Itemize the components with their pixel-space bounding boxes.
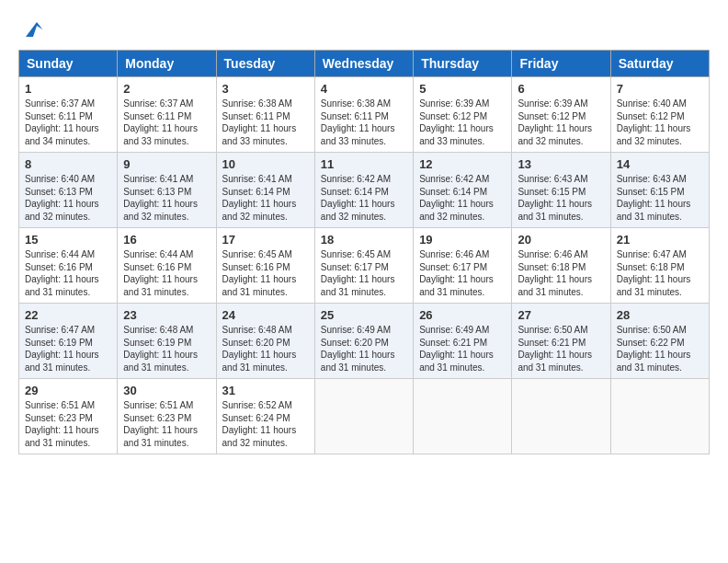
day-number: 2 — [123, 82, 210, 96]
weekday-header: Thursday — [414, 51, 512, 77]
day-info: Sunrise: 6:47 AMSunset: 6:19 PMDaylight:… — [25, 325, 99, 373]
day-info: Sunrise: 6:39 AMSunset: 6:12 PMDaylight:… — [518, 98, 592, 146]
calendar-day-cell: 26 Sunrise: 6:49 AMSunset: 6:21 PMDaylig… — [414, 304, 512, 379]
day-number: 4 — [321, 82, 407, 96]
day-number: 28 — [617, 308, 703, 322]
day-number: 15 — [25, 233, 111, 247]
day-number: 5 — [419, 82, 506, 96]
calendar-day-cell: 11 Sunrise: 6:42 AMSunset: 6:14 PMDaylig… — [314, 153, 413, 228]
weekday-header: Tuesday — [216, 51, 314, 77]
day-number: 16 — [123, 233, 210, 247]
calendar-day-cell: 10 Sunrise: 6:41 AMSunset: 6:14 PMDaylig… — [216, 153, 314, 228]
calendar-day-cell: 20 Sunrise: 6:46 AMSunset: 6:18 PMDaylig… — [512, 228, 610, 304]
day-info: Sunrise: 6:41 AMSunset: 6:13 PMDaylight:… — [123, 174, 198, 222]
day-info: Sunrise: 6:42 AMSunset: 6:14 PMDaylight:… — [419, 174, 494, 222]
calendar-day-cell: 30 Sunrise: 6:51 AMSunset: 6:23 PMDaylig… — [118, 379, 216, 454]
day-number: 19 — [419, 233, 506, 247]
day-number: 31 — [222, 384, 309, 397]
day-number: 6 — [518, 82, 604, 96]
logo — [18, 18, 44, 40]
calendar-day-cell: 19 Sunrise: 6:46 AMSunset: 6:17 PMDaylig… — [414, 228, 512, 304]
day-number: 29 — [25, 384, 111, 397]
day-info: Sunrise: 6:38 AMSunset: 6:11 PMDaylight:… — [321, 98, 395, 146]
day-number: 25 — [321, 308, 407, 322]
calendar-day-cell: 4 Sunrise: 6:38 AMSunset: 6:11 PMDayligh… — [314, 77, 413, 153]
day-info: Sunrise: 6:44 AMSunset: 6:16 PMDaylight:… — [25, 249, 99, 297]
calendar-day-cell: 24 Sunrise: 6:48 AMSunset: 6:20 PMDaylig… — [216, 304, 314, 379]
day-info: Sunrise: 6:50 AMSunset: 6:21 PMDaylight:… — [518, 325, 592, 373]
day-number: 20 — [518, 233, 604, 247]
calendar-day-cell: 7 Sunrise: 6:40 AMSunset: 6:12 PMDayligh… — [610, 77, 709, 153]
calendar-day-cell: 3 Sunrise: 6:38 AMSunset: 6:11 PMDayligh… — [216, 77, 314, 153]
calendar-day-cell: 31 Sunrise: 6:52 AMSunset: 6:24 PMDaylig… — [216, 379, 314, 454]
day-number: 9 — [123, 157, 210, 171]
day-info: Sunrise: 6:49 AMSunset: 6:21 PMDaylight:… — [419, 325, 494, 373]
calendar-week-row: 15 Sunrise: 6:44 AMSunset: 6:16 PMDaylig… — [19, 228, 710, 304]
page-header — [18, 18, 710, 40]
calendar-week-row: 1 Sunrise: 6:37 AMSunset: 6:11 PMDayligh… — [19, 77, 710, 153]
day-number: 21 — [617, 233, 703, 247]
day-info: Sunrise: 6:39 AMSunset: 6:12 PMDaylight:… — [419, 98, 494, 146]
calendar-day-cell: 13 Sunrise: 6:43 AMSunset: 6:15 PMDaylig… — [512, 153, 610, 228]
day-info: Sunrise: 6:45 AMSunset: 6:16 PMDaylight:… — [222, 249, 297, 297]
day-info: Sunrise: 6:51 AMSunset: 6:23 PMDaylight:… — [25, 400, 99, 448]
calendar-day-cell: 18 Sunrise: 6:45 AMSunset: 6:17 PMDaylig… — [314, 228, 413, 304]
calendar-day-cell: 6 Sunrise: 6:39 AMSunset: 6:12 PMDayligh… — [512, 77, 610, 153]
calendar-week-row: 29 Sunrise: 6:51 AMSunset: 6:23 PMDaylig… — [19, 379, 710, 454]
day-number: 17 — [222, 233, 309, 247]
day-info: Sunrise: 6:38 AMSunset: 6:11 PMDaylight:… — [222, 98, 297, 146]
calendar-day-cell — [314, 379, 413, 454]
calendar-day-cell: 9 Sunrise: 6:41 AMSunset: 6:13 PMDayligh… — [118, 153, 216, 228]
day-info: Sunrise: 6:48 AMSunset: 6:19 PMDaylight:… — [123, 325, 198, 373]
weekday-header: Monday — [118, 51, 216, 77]
day-info: Sunrise: 6:48 AMSunset: 6:20 PMDaylight:… — [222, 325, 297, 373]
calendar-day-cell: 21 Sunrise: 6:47 AMSunset: 6:18 PMDaylig… — [610, 228, 709, 304]
day-info: Sunrise: 6:41 AMSunset: 6:14 PMDaylight:… — [222, 174, 297, 222]
day-number: 12 — [419, 157, 506, 171]
calendar-day-cell: 22 Sunrise: 6:47 AMSunset: 6:19 PMDaylig… — [19, 304, 118, 379]
calendar-day-cell: 23 Sunrise: 6:48 AMSunset: 6:19 PMDaylig… — [118, 304, 216, 379]
day-info: Sunrise: 6:37 AMSunset: 6:11 PMDaylight:… — [25, 98, 99, 146]
day-info: Sunrise: 6:45 AMSunset: 6:17 PMDaylight:… — [321, 249, 395, 297]
day-number: 30 — [123, 384, 210, 397]
calendar-day-cell — [512, 379, 610, 454]
day-info: Sunrise: 6:47 AMSunset: 6:18 PMDaylight:… — [617, 249, 691, 297]
calendar-day-cell: 27 Sunrise: 6:50 AMSunset: 6:21 PMDaylig… — [512, 304, 610, 379]
day-info: Sunrise: 6:51 AMSunset: 6:23 PMDaylight:… — [123, 400, 198, 448]
calendar-day-cell — [610, 379, 709, 454]
day-info: Sunrise: 6:43 AMSunset: 6:15 PMDaylight:… — [518, 174, 592, 222]
calendar-day-cell: 12 Sunrise: 6:42 AMSunset: 6:14 PMDaylig… — [414, 153, 512, 228]
day-info: Sunrise: 6:40 AMSunset: 6:12 PMDaylight:… — [617, 98, 691, 146]
day-number: 26 — [419, 308, 506, 322]
calendar-day-cell: 28 Sunrise: 6:50 AMSunset: 6:22 PMDaylig… — [610, 304, 709, 379]
day-number: 11 — [321, 157, 407, 171]
day-info: Sunrise: 6:46 AMSunset: 6:18 PMDaylight:… — [518, 249, 592, 297]
calendar-day-cell: 15 Sunrise: 6:44 AMSunset: 6:16 PMDaylig… — [19, 228, 118, 304]
calendar-day-cell: 5 Sunrise: 6:39 AMSunset: 6:12 PMDayligh… — [414, 77, 512, 153]
day-info: Sunrise: 6:44 AMSunset: 6:16 PMDaylight:… — [123, 249, 198, 297]
day-number: 8 — [25, 157, 111, 171]
weekday-header: Sunday — [19, 51, 118, 77]
day-info: Sunrise: 6:50 AMSunset: 6:22 PMDaylight:… — [617, 325, 691, 373]
day-info: Sunrise: 6:49 AMSunset: 6:20 PMDaylight:… — [321, 325, 395, 373]
calendar-day-cell: 29 Sunrise: 6:51 AMSunset: 6:23 PMDaylig… — [19, 379, 118, 454]
calendar-week-row: 8 Sunrise: 6:40 AMSunset: 6:13 PMDayligh… — [19, 153, 710, 228]
day-info: Sunrise: 6:43 AMSunset: 6:15 PMDaylight:… — [617, 174, 691, 222]
calendar-table: SundayMondayTuesdayWednesdayThursdayFrid… — [18, 50, 710, 454]
day-info: Sunrise: 6:46 AMSunset: 6:17 PMDaylight:… — [419, 249, 494, 297]
day-info: Sunrise: 6:37 AMSunset: 6:11 PMDaylight:… — [123, 98, 198, 146]
day-number: 10 — [222, 157, 309, 171]
day-number: 14 — [617, 157, 703, 171]
calendar-day-cell: 2 Sunrise: 6:37 AMSunset: 6:11 PMDayligh… — [118, 77, 216, 153]
calendar-day-cell: 25 Sunrise: 6:49 AMSunset: 6:20 PMDaylig… — [314, 304, 413, 379]
calendar-day-cell: 8 Sunrise: 6:40 AMSunset: 6:13 PMDayligh… — [19, 153, 118, 228]
calendar-day-cell — [414, 379, 512, 454]
day-info: Sunrise: 6:52 AMSunset: 6:24 PMDaylight:… — [222, 400, 297, 448]
calendar-day-cell: 16 Sunrise: 6:44 AMSunset: 6:16 PMDaylig… — [118, 228, 216, 304]
day-number: 18 — [321, 233, 407, 247]
calendar-day-cell: 1 Sunrise: 6:37 AMSunset: 6:11 PMDayligh… — [19, 77, 118, 153]
day-number: 3 — [222, 82, 309, 96]
day-number: 22 — [25, 308, 111, 322]
calendar-day-cell: 17 Sunrise: 6:45 AMSunset: 6:16 PMDaylig… — [216, 228, 314, 304]
day-number: 27 — [518, 308, 604, 322]
